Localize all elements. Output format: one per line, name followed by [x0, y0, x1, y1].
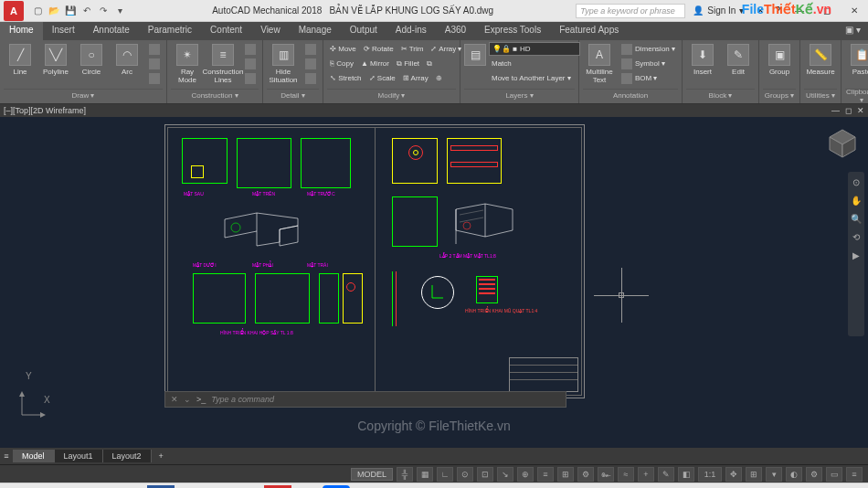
status-cycling[interactable]: ⚙ [577, 467, 594, 482]
qat-redo-icon[interactable]: ↷ [97, 5, 110, 17]
status-isolate[interactable]: ▾ [766, 467, 782, 482]
panel-title[interactable]: Detail ▾ [267, 89, 319, 101]
panel-title[interactable]: Block ▾ [686, 89, 755, 101]
layer-dropdown[interactable]: 💡🔒 ■ HD [489, 42, 580, 56]
status-grid[interactable]: ╬ [397, 467, 413, 482]
recarray-button[interactable]: ⊞ Array [400, 71, 431, 85]
panel-title[interactable]: Layers ▾ [464, 89, 575, 101]
status-menu[interactable]: ≡ [846, 467, 863, 482]
cmd-menu-icon[interactable]: ✕ [171, 395, 178, 404]
polyline-button[interactable]: ╲╱Polyline [39, 42, 72, 76]
status-osnap[interactable]: ⊡ [477, 467, 493, 482]
layer-properties-button[interactable]: ▤ [464, 42, 486, 66]
panel-title[interactable]: Clipboard ▾ [845, 89, 868, 101]
hide-situation-button[interactable]: ▥Hide Situation [267, 42, 300, 84]
viewport-close-icon[interactable]: ✕ [857, 106, 864, 115]
circle-button[interactable]: ○Circle [75, 42, 108, 76]
cortana-icon[interactable]: ⊡ [59, 485, 87, 489]
status-annoscale[interactable]: ≈ [618, 467, 634, 482]
tab-view[interactable]: View [251, 22, 290, 40]
command-line[interactable]: ✕ ⌄ >_ Type a command [164, 391, 566, 408]
tab-home[interactable]: Home [0, 22, 43, 40]
status-qprops[interactable]: ✥ [725, 467, 742, 482]
mtext-button[interactable]: AMultiline Text [583, 42, 616, 84]
panel-title[interactable]: Draw ▾ [4, 89, 163, 101]
tab-layout1[interactable]: Layout1 [55, 450, 103, 462]
nav-orbit-icon[interactable]: ⟲ [850, 230, 863, 243]
view-cube[interactable] [824, 124, 861, 161]
tab-model[interactable]: Model [13, 450, 55, 462]
symbol-button[interactable]: Symbol ▾ [619, 57, 678, 70]
measure-button[interactable]: 📏Measure [804, 42, 837, 76]
trim-button[interactable]: ✂ Trim [398, 42, 427, 56]
viewport-label[interactable]: [–][Top][2D Wireframe] [4, 106, 86, 115]
paste-button[interactable]: 📋Paste [845, 42, 868, 76]
tab-annotate[interactable]: Annotate [84, 22, 139, 40]
tab-featured[interactable]: Featured Apps [550, 22, 628, 40]
start-button[interactable]: ⊞ [0, 483, 29, 489]
drawing-viewport[interactable]: MẶT SAU MẶT TRÊN MẶT TRƯỚC MẶT DƯỚI MẶT … [0, 117, 868, 448]
array-button[interactable]: ⤢ Array ▾ [428, 42, 464, 56]
move-layer-button[interactable]: Move to Another Layer ▾ [489, 71, 580, 85]
raymode-button[interactable]: ✴Ray Mode [171, 42, 204, 84]
constlines-button[interactable]: ≡Construction Lines [206, 42, 239, 84]
word-icon[interactable]: W [147, 485, 175, 489]
status-ortho[interactable]: ∟ [437, 467, 453, 482]
tabs-menu-icon[interactable]: ≡ [0, 451, 13, 461]
nav-showmotion-icon[interactable]: ▶ [850, 249, 863, 261]
match-layer-button[interactable]: Match [489, 57, 580, 70]
status-3dosnap[interactable]: ↘ [497, 467, 513, 482]
move-button[interactable]: ✣ Move [327, 42, 359, 56]
tab-insert[interactable]: Insert [43, 22, 84, 40]
zalo-icon[interactable]: 💬 [323, 485, 350, 489]
mirror-button[interactable]: ▲ Mirror [358, 57, 392, 70]
qat-dropdown-icon[interactable]: ▾ [113, 5, 126, 17]
viewport-min-icon[interactable]: — [831, 106, 840, 115]
panel-title[interactable]: Annotation [583, 89, 678, 101]
status-polar[interactable]: ⊙ [457, 467, 473, 482]
close-button[interactable]: ✕ [841, 0, 868, 22]
draw-extra-2[interactable] [146, 57, 163, 70]
line-button[interactable]: ╱Line [4, 42, 37, 76]
detail-extra-2[interactable] [302, 57, 319, 70]
status-lweight[interactable]: ≡ [537, 467, 554, 482]
tab-content[interactable]: Content [201, 22, 251, 40]
const-extra-1[interactable] [242, 42, 259, 56]
tab-manage[interactable]: Manage [290, 22, 341, 40]
panel-title[interactable]: Groups ▾ [763, 89, 796, 101]
tab-parametric[interactable]: Parametric [139, 22, 201, 40]
arc-button[interactable]: ◠Arc [111, 42, 143, 76]
panel-title[interactable]: Modify ▾ [327, 89, 456, 101]
scale-button[interactable]: ⤢ Scale [366, 71, 398, 85]
cmd-input[interactable]: Type a command [211, 395, 274, 404]
ribbon-collapse-icon[interactable]: ▣ ▾ [838, 22, 868, 40]
nav-pan-icon[interactable]: ✋ [850, 194, 863, 207]
insert-button[interactable]: ⬇Insert [686, 42, 719, 76]
app-icon-2[interactable]: 🟧 [235, 485, 262, 489]
copy-button[interactable]: ⎘ Copy [327, 57, 356, 70]
rotate-button[interactable]: ⟳ Rotate [361, 42, 397, 56]
fillet-button[interactable]: ⧉ Fillet [394, 57, 422, 70]
chrome-icon[interactable]: 🌐 [293, 485, 321, 489]
autocad-icon[interactable]: A [264, 485, 291, 489]
taskview-icon[interactable]: ◯ [30, 485, 58, 489]
modify-extra[interactable]: ⧉ [424, 57, 435, 70]
tab-a360[interactable]: A360 [436, 22, 475, 40]
draw-extra-1[interactable] [146, 42, 163, 56]
panel-title[interactable]: Utilities ▾ [804, 89, 837, 101]
detail-extra-3[interactable] [302, 71, 319, 85]
draw-extra-3[interactable] [146, 71, 163, 85]
group-button[interactable]: ▣Group [763, 42, 796, 76]
nav-wheel-icon[interactable]: ⊙ [850, 175, 863, 188]
const-extra-2[interactable] [242, 57, 259, 70]
status-model[interactable]: MODEL [351, 468, 393, 481]
status-otrack[interactable]: ⊕ [517, 467, 534, 482]
qat-save-icon[interactable]: 💾 [64, 5, 77, 17]
app-logo[interactable]: A [4, 1, 24, 21]
status-workspace[interactable]: ✎ [658, 467, 674, 482]
status-autoscale[interactable]: + [638, 467, 654, 482]
status-annomon[interactable]: ๛ [598, 467, 614, 482]
detail-extra-1[interactable] [302, 42, 319, 56]
explorer-icon[interactable]: 📁 [118, 485, 145, 489]
cmd-recent-icon[interactable]: ⌄ [184, 395, 191, 404]
